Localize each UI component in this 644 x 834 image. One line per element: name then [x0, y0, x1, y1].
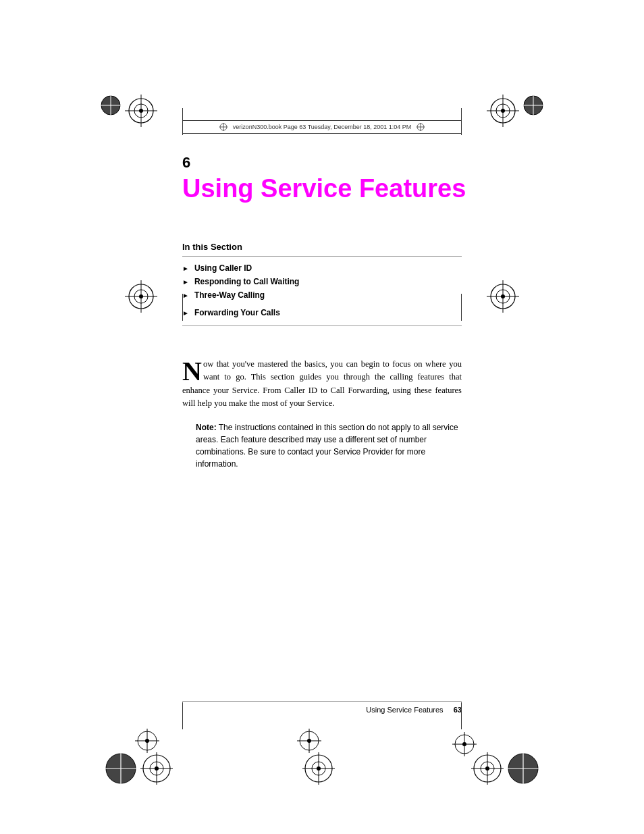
- chapter-title: Using Service Features: [182, 174, 466, 203]
- note-label: Note:: [196, 423, 217, 432]
- drop-cap-n: N: [182, 361, 202, 382]
- reg-mark-bot-left-inner: [135, 729, 159, 753]
- note-body: The instructions contained in this secti…: [196, 423, 458, 469]
- header-crosshair-left: [219, 123, 227, 131]
- header-bar-text: verizonN300.book Page 63 Tuesday, Decemb…: [233, 124, 412, 130]
- reg-mark-bot-left-filled: [105, 752, 137, 785]
- section-item-label-1: Using Caller ID: [194, 263, 252, 273]
- section-item-2: ► Responding to Call Waiting: [182, 277, 462, 286]
- footer: Using Service Features 63: [182, 701, 462, 714]
- vline-left-bot: [182, 702, 183, 729]
- reg-mark-top-left: [125, 95, 157, 127]
- reg-mark-bot-right-open: [471, 752, 504, 785]
- section-item-3: ► Three-Way Calling: [182, 290, 462, 300]
- header-bar: verizonN300.book Page 63 Tuesday, Decemb…: [182, 120, 462, 134]
- vline-right-bot: [461, 702, 462, 729]
- section-box-title: In this Section: [182, 242, 462, 257]
- note-text: Note: The instructions contained in this…: [182, 421, 462, 470]
- section-item-label-4: Forwarding Your Calls: [194, 308, 280, 317]
- section-arrow-3: ►: [182, 292, 189, 299]
- section-box: In this Section ► Using Caller ID ► Resp…: [182, 242, 462, 330]
- page: verizonN300.book Page 63 Tuesday, Decemb…: [0, 0, 644, 834]
- reg-mark-top-right-filled: [522, 95, 544, 116]
- reg-mark-mid-left: [125, 280, 157, 313]
- body-paragraph-text: ow that you've mastered the basics, you …: [182, 359, 462, 408]
- section-item-label-3: Three-Way Calling: [194, 290, 265, 300]
- vline-left-mid: [182, 294, 183, 321]
- reg-mark-mid-right: [487, 280, 519, 313]
- section-arrow-4: ►: [182, 309, 189, 317]
- section-arrow-2: ►: [182, 278, 189, 286]
- section-item-4: ► Forwarding Your Calls: [182, 308, 462, 326]
- footer-separator: [444, 706, 450, 714]
- body-paragraph: Now that you've mastered the basics, you…: [182, 358, 462, 411]
- reg-mark-top-left-filled: [100, 95, 122, 116]
- body-text: Now that you've mastered the basics, you…: [182, 358, 462, 470]
- reg-mark-bot-center-open: [302, 752, 335, 785]
- header-crosshair-right: [417, 123, 425, 131]
- vline-right-mid: [461, 294, 462, 321]
- section-item-label-2: Responding to Call Waiting: [194, 277, 300, 286]
- reg-mark-bot-left-open: [140, 752, 173, 785]
- reg-mark-bot-right-filled: [507, 752, 539, 785]
- note-box: Note: The instructions contained in this…: [182, 421, 462, 470]
- reg-mark-top-right: [487, 95, 519, 127]
- reg-mark-bot-center: [297, 729, 321, 753]
- footer-label: Using Service Features: [366, 706, 443, 714]
- section-arrow-1: ►: [182, 265, 189, 272]
- chapter-number: 6: [182, 154, 190, 172]
- section-item-1: ► Using Caller ID: [182, 263, 462, 273]
